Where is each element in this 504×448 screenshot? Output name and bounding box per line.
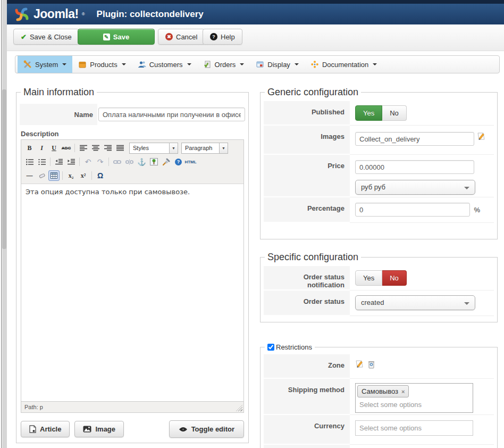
numbered-list-button[interactable] (36, 156, 47, 167)
menu-item-display[interactable]: Display (250, 56, 305, 73)
subscript-button[interactable]: x₂ (65, 170, 77, 181)
generic-configuration-fieldset: Generic configuration Published Yes No I… (260, 87, 498, 239)
shipping-method-row: Shipping method Самовывоз × Select some … (264, 379, 494, 415)
documentation-icon (310, 60, 319, 69)
toolbar: ✔ Save & Close ✎ Save ✖ Cancel ? Help (7, 24, 504, 51)
images-input[interactable] (355, 132, 474, 146)
indent-button[interactable] (65, 156, 77, 167)
remove-link-button[interactable] (124, 156, 135, 167)
currency-multiselect[interactable]: Select some options (355, 420, 473, 436)
zone-label: Zone (264, 354, 350, 379)
save-button[interactable]: ✎ Save (78, 29, 155, 45)
notification-yes-button[interactable]: Yes (355, 270, 382, 286)
editor-path-bar: Path: p (21, 401, 243, 412)
chevron-down-icon (122, 63, 126, 65)
save-close-button[interactable]: ✔ Save & Close (13, 29, 79, 45)
strikethrough-button[interactable]: ABC (61, 143, 72, 153)
wrench-icon (23, 60, 32, 69)
toggle-editor-button[interactable]: Toggle editor (169, 420, 244, 438)
help-button[interactable]: ? Help (203, 29, 242, 45)
main-information-fieldset: Main information Name Description B I U … (16, 87, 249, 443)
align-left-button[interactable] (78, 143, 89, 153)
zone-trash-icon[interactable] (368, 360, 375, 369)
align-center-button[interactable] (90, 143, 101, 153)
html-source-button[interactable]: HTML (185, 156, 196, 167)
check-icon: ✔ (21, 33, 27, 41)
editor-help-button[interactable]: ? (173, 156, 184, 167)
insert-image-button[interactable] (148, 156, 159, 167)
order-status-select[interactable]: created (355, 295, 475, 310)
description-editor: B I U ABC Styles ▼ Paragraph ▼ (21, 139, 244, 413)
undo-button[interactable]: ↶ (82, 156, 94, 167)
insert-link-button[interactable] (112, 156, 123, 167)
order-status-label: Order status (264, 291, 350, 316)
price-row: Price руб руб (264, 155, 494, 197)
cancel-button[interactable]: ✖ Cancel (158, 29, 205, 45)
special-character-button[interactable]: Ω (95, 170, 106, 181)
menu-item-orders[interactable]: Orders (197, 56, 250, 73)
scrollbar-thumb[interactable] (2, 89, 6, 249)
horizontal-rule-button[interactable]: — (24, 170, 35, 181)
resize-grip[interactable] (236, 405, 242, 411)
align-right-button[interactable] (102, 143, 113, 153)
redo-button[interactable]: ↷ (95, 156, 106, 167)
bullet-list-button[interactable] (24, 156, 35, 167)
editor-toolbar: B I U ABC Styles ▼ Paragraph ▼ (21, 140, 243, 184)
price-label: Price (264, 155, 350, 197)
shipping-method-multiselect[interactable]: Самовывоз × Select some options (355, 383, 473, 413)
article-icon (29, 425, 36, 433)
description-label: Description (21, 130, 244, 138)
article-button[interactable]: Article (21, 421, 70, 437)
cancel-icon: ✖ (165, 33, 173, 40)
published-yes-button[interactable]: Yes (355, 105, 382, 121)
outdent-button[interactable] (53, 156, 64, 167)
specific-configuration-legend: Specific configuration (265, 252, 361, 263)
chevron-down-icon (240, 63, 244, 65)
paragraph-format-select[interactable]: Paragraph ▼ (181, 143, 228, 154)
logo-registered-mark: ® (82, 12, 85, 16)
image-button[interactable]: Image (74, 421, 124, 437)
order-status-row: Order status created (264, 291, 494, 316)
cleanup-brush-button[interactable] (161, 156, 172, 167)
price-input[interactable] (355, 160, 474, 174)
zone-edit-pencil-icon[interactable] (355, 360, 364, 369)
restrictions-checkbox[interactable] (267, 344, 274, 351)
remove-formatting-button[interactable] (36, 170, 47, 181)
toolbar-separator (62, 171, 63, 180)
editor-content-area[interactable]: Эта опция доступна только при самовывозе… (21, 184, 243, 401)
italic-button[interactable]: I (36, 143, 47, 153)
table-button[interactable] (48, 170, 60, 181)
toolbar-separator (74, 144, 75, 152)
image-icon (83, 426, 91, 433)
remove-tag-icon[interactable]: × (401, 388, 405, 395)
edit-pencil-icon[interactable] (477, 132, 485, 141)
save-icon: ✎ (103, 34, 110, 40)
display-icon (256, 60, 264, 69)
notification-no-button[interactable]: No (382, 270, 407, 286)
joomla-logo: Joomla! ® (13, 6, 85, 23)
menu-item-documentation[interactable]: Documentation (305, 56, 383, 73)
published-no-button[interactable]: No (382, 105, 407, 121)
price-currency-select[interactable]: руб руб (355, 180, 475, 195)
percentage-input[interactable] (355, 203, 470, 217)
bold-button[interactable]: B (24, 143, 35, 153)
anchor-button[interactable]: ⚓ (136, 156, 147, 167)
underline-button[interactable]: U (48, 143, 60, 153)
joomla-admin-page: Joomla! ® Plugin: collectondelivery ✔ Sa… (0, 0, 504, 448)
menu-item-system[interactable]: System (18, 56, 72, 73)
zone-row: Zone (264, 354, 494, 379)
percentage-row: Percentage % (264, 197, 494, 223)
left-scrollbar[interactable] (0, 0, 7, 448)
menu-item-customers[interactable]: Customers (132, 56, 197, 73)
toolbar-separator (79, 157, 80, 166)
menu-item-products[interactable]: Products (72, 56, 131, 73)
users-icon (138, 60, 146, 69)
styles-select[interactable]: Styles ▼ (129, 143, 178, 154)
percent-suffix: % (474, 203, 480, 214)
superscript-button[interactable]: x² (78, 170, 89, 181)
name-input[interactable] (98, 107, 245, 121)
align-justify-button[interactable] (114, 143, 125, 153)
selected-option-tag: Самовывоз × (357, 385, 409, 397)
order-status-notification-row: Order status notification Yes No (264, 266, 494, 291)
chevron-down-icon: ▼ (169, 143, 178, 153)
